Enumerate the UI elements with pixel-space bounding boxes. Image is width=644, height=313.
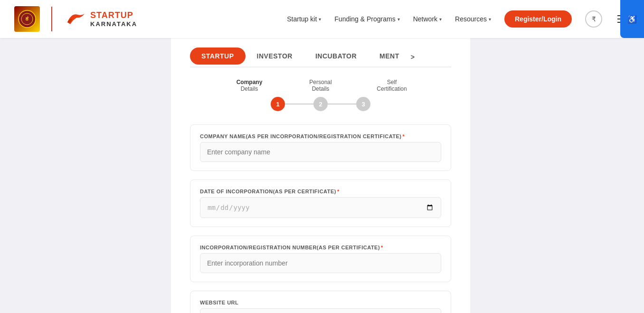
left-sidebar	[0, 38, 171, 313]
company-name-label: COMPANY NAME(AS PER INCORPORATION/REGIST…	[200, 133, 441, 139]
header: ಕ STARTUP KARNATAKA Startup kit ▾ Fundi	[0, 0, 644, 38]
nav-funding-programs[interactable]: Funding & Programs ▾	[334, 15, 399, 23]
nav-startup-kit[interactable]: Startup kit ▾	[287, 15, 321, 23]
chevron-down-icon: ▾	[398, 17, 400, 22]
step-circle-3: 3	[356, 97, 370, 111]
right-sidebar	[470, 38, 644, 313]
main-content: STARTUP INVESTOR INCUBATOR MENT > Compan…	[0, 38, 644, 313]
company-name-field-card: COMPANY NAME(AS PER INCORPORATION/REGIST…	[190, 124, 451, 171]
svg-text:ಕ: ಕ	[25, 16, 30, 23]
chevron-down-icon: ▾	[489, 17, 491, 22]
bird-icon	[64, 9, 86, 29]
currency-icon-button[interactable]: ₹	[585, 10, 602, 28]
nav-network[interactable]: Network ▾	[413, 15, 442, 23]
tab-incubator[interactable]: INCUBATOR	[304, 47, 368, 66]
website-field-card: WEBSITE URL	[190, 291, 451, 313]
startup-label: STARTUP	[90, 10, 137, 20]
chevron-down-icon: ▾	[439, 17, 442, 22]
step-labels: Company Details Personal Details Self Ce…	[228, 79, 413, 92]
tab-startup[interactable]: STARTUP	[190, 47, 246, 65]
registration-tabs: STARTUP INVESTOR INCUBATOR MENT >	[190, 47, 451, 67]
chevron-down-icon: ▾	[319, 17, 321, 22]
step-label-2: Personal Details	[299, 79, 342, 92]
website-label: WEBSITE URL	[200, 300, 441, 305]
date-input[interactable]	[200, 197, 441, 218]
accessibility-icon: ♿	[627, 15, 637, 24]
company-name-input[interactable]	[200, 142, 441, 162]
website-input[interactable]	[200, 308, 441, 313]
company-name-required: *	[403, 133, 405, 139]
karnataka-emblem: ಕ	[14, 6, 40, 32]
step-label-3: Self Certification	[370, 79, 413, 92]
step-circle-2: 2	[313, 97, 328, 111]
tabs-more-button[interactable]: >	[411, 53, 415, 61]
accessibility-button[interactable]: ♿	[620, 0, 644, 38]
main-nav: Startup kit ▾ Funding & Programs ▾ Netwo…	[287, 10, 630, 28]
date-field-card: DATE OF INCORPORATION(AS PER CERTIFICATE…	[190, 180, 451, 227]
date-label: DATE OF INCORPORATION(AS PER CERTIFICATE…	[200, 189, 441, 194]
step-label-1: Company Details	[228, 79, 271, 92]
logo-area: ಕ STARTUP KARNATAKA	[14, 6, 137, 32]
step-circle-1: 1	[271, 97, 285, 111]
step-line-1-2	[285, 104, 313, 104]
step-line-2-3	[328, 104, 356, 104]
stepper: Company Details Personal Details Self Ce…	[190, 77, 451, 111]
brand-logo: STARTUP KARNATAKA	[64, 9, 137, 29]
brand-text: STARTUP KARNATAKA	[90, 10, 137, 28]
tab-ment[interactable]: MENT	[368, 47, 411, 66]
step-circles: 1 2 3	[271, 97, 370, 111]
register-login-button[interactable]: Register/Login	[504, 10, 572, 28]
inc-number-field-card: INCORPORATION/REGISTRATION NUMBER(AS PER…	[190, 236, 451, 282]
inc-number-label: INCORPORATION/REGISTRATION NUMBER(AS PER…	[200, 245, 441, 250]
inc-number-input[interactable]	[200, 253, 441, 273]
logo-divider	[51, 7, 52, 31]
registration-panel: STARTUP INVESTOR INCUBATOR MENT > Compan…	[171, 38, 470, 313]
tab-investor[interactable]: INVESTOR	[246, 47, 304, 66]
karnataka-label: KARNATAKA	[90, 20, 137, 28]
nav-resources[interactable]: Resources ▾	[455, 15, 491, 23]
